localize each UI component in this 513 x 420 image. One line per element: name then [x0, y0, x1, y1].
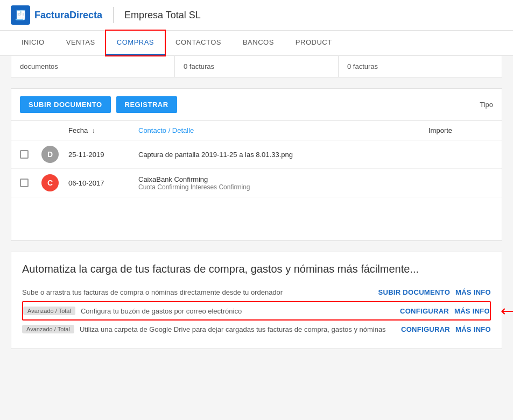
info-row-0: Sube o arrastra tus facturas de compra o… [22, 284, 491, 301]
configurar-link-2[interactable]: CONFIGURAR [401, 325, 450, 333]
subir-documento-link[interactable]: SUBIR DOCUMENTO [378, 288, 451, 296]
info-text-1: Configura tu buzón de gastos por correo … [81, 307, 395, 315]
logo-text: FacturaDirecta [34, 10, 102, 21]
checkbox-2[interactable] [20, 179, 29, 187]
badge-1: Avanzado / Total [23, 307, 75, 315]
summary-card-1: 0 facturas [175, 56, 339, 77]
avatar-d: D [41, 146, 59, 163]
row1-contact: Captura de pantalla 2019-11-25 a las 8.0… [138, 151, 428, 159]
nav-item-ventas[interactable]: VENTAS [55, 31, 106, 55]
row1-checkbox[interactable] [20, 150, 41, 159]
mas-info-link-0[interactable]: MÁS INFO [455, 288, 491, 296]
info-row-2: Avanzado / Total Utiliza una carpeta de … [22, 321, 491, 338]
bottom-section: Automatiza la carga de tus facturas de c… [11, 252, 502, 349]
table-row: C 06-10-2017 CaixaBank Confirming Cuota … [11, 169, 502, 197]
badge-2: Avanzado / Total [22, 325, 74, 333]
col-fecha-header: Fecha ↓ [68, 126, 138, 134]
row2-contact-sub: Cuota Confirming Intereses Confirming [138, 183, 428, 191]
nav-item-inicio[interactable]: INICIO [11, 31, 55, 55]
row2-contact: CaixaBank Confirming Cuota Confirming In… [138, 175, 428, 191]
row2-date: 06-10-2017 [68, 179, 138, 187]
col-contact-header: Contacto / Detalle [138, 126, 428, 134]
logo-icon: 🧾 [11, 5, 30, 25]
empty-rows [11, 197, 502, 240]
summary-card-label-0: documentos [20, 62, 58, 70]
summary-card-label-1: 0 facturas [184, 62, 214, 70]
col-importe-header: Importe [428, 126, 493, 134]
main-panel: SUBIR DOCUMENTO REGISTRAR Tipo Fecha ↓ C… [11, 88, 502, 241]
mas-info-link-2[interactable]: MÁS INFO [455, 325, 491, 333]
nav-item-bancos[interactable]: BANCOS [232, 31, 285, 55]
bottom-title: Automatiza la carga de tus facturas de c… [22, 263, 491, 275]
configurar-link-1[interactable]: CONFIGURAR [400, 307, 449, 315]
table-header: Fecha ↓ Contacto / Detalle Importe [11, 121, 502, 140]
registrar-button[interactable]: REGISTRAR [116, 96, 177, 113]
summary-cards: documentos 0 facturas 0 facturas [11, 56, 502, 77]
nav: INICIO VENTAS COMPRAS CONTACTOS BANCOS P… [0, 31, 513, 56]
header-divider [113, 7, 114, 23]
avatar-c: C [41, 174, 59, 191]
fecha-label: Fecha [68, 126, 88, 134]
info-text-2: Utiliza una carpeta de Google Drive para… [80, 325, 396, 333]
tipo-label: Tipo [480, 101, 493, 109]
col-checkbox-header [20, 126, 41, 134]
row1-date: 25-11-2019 [68, 151, 138, 159]
company-name: Empresa Total SL [124, 10, 201, 21]
toolbar: SUBIR DOCUMENTO REGISTRAR Tipo [11, 89, 502, 121]
summary-card-2: 0 facturas [339, 56, 502, 77]
subir-documento-button[interactable]: SUBIR DOCUMENTO [20, 96, 111, 113]
row1-avatar: D [41, 146, 68, 163]
row2-contact-main: CaixaBank Confirming [138, 175, 428, 183]
col-avatar-header [41, 126, 68, 134]
nav-item-contactos[interactable]: CONTACTOS [165, 31, 232, 55]
nav-item-product[interactable]: PRODUCT [285, 31, 343, 55]
red-arrow-icon: ⟵ [501, 302, 513, 320]
table-row: D 25-11-2019 Captura de pantalla 2019-11… [11, 140, 502, 169]
row1-contact-main: Captura de pantalla 2019-11-25 a las 8.0… [138, 151, 428, 159]
mas-info-link-1[interactable]: MÁS INFO [454, 307, 490, 315]
toolbar-left: SUBIR DOCUMENTO REGISTRAR [20, 96, 177, 113]
checkbox-1[interactable] [20, 150, 29, 159]
logo-area: 🧾 FacturaDirecta [11, 5, 102, 25]
info-text-0: Sube o arrastra tus facturas de compra o… [22, 288, 373, 296]
row2-checkbox[interactable] [20, 179, 41, 187]
nav-item-compras[interactable]: COMPRAS [106, 31, 165, 55]
info-row-1: Avanzado / Total Configura tu buzón de g… [22, 301, 491, 321]
content: documentos 0 facturas 0 facturas SUBIR D… [0, 56, 513, 360]
summary-card-label-2: 0 facturas [347, 62, 378, 70]
header: 🧾 FacturaDirecta Empresa Total SL [0, 0, 513, 31]
summary-card-0: documentos [11, 56, 175, 77]
sort-icon[interactable]: ↓ [92, 127, 95, 134]
row2-avatar: C [41, 174, 68, 191]
